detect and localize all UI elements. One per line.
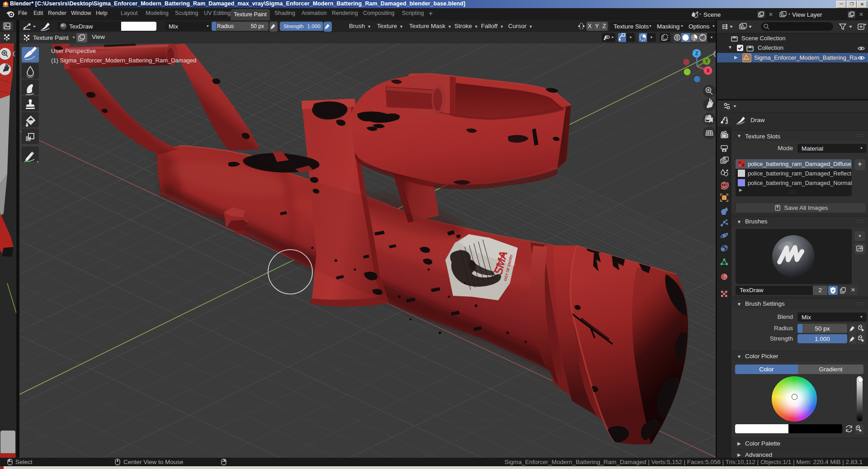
svg-text:X: X xyxy=(707,68,710,73)
svg-text:(1) Sigma_Enforcer_Modern_Batt: (1) Sigma_Enforcer_Modern_Battering_Ram_… xyxy=(51,57,197,64)
svg-text:❮: ❮ xyxy=(12,51,16,57)
svg-text:Y: Y xyxy=(705,59,708,64)
svg-text:Z: Z xyxy=(695,51,698,56)
svg-text:❮: ❮ xyxy=(712,50,716,57)
svg-text:User Perspective: User Perspective xyxy=(51,47,96,54)
